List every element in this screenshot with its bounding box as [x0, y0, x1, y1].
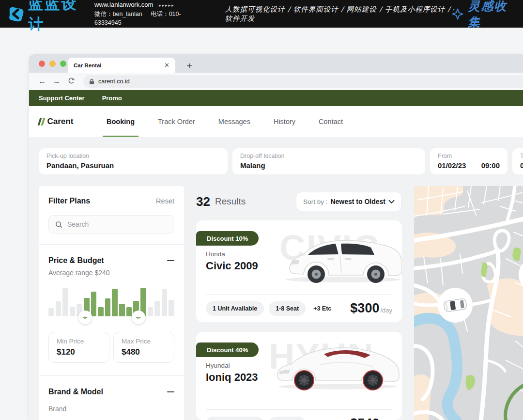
banner-website: www.lanlanwork.com	[94, 1, 153, 8]
sort-value: Newest to Oldest	[330, 198, 385, 205]
nav-item-booking[interactable]: Booking	[106, 106, 136, 137]
histogram-bar	[169, 300, 174, 316]
banner-contact: www.lanlanwork.com ▸▸▸▸▸ 微信：ben_lanlan 电…	[94, 0, 200, 28]
browser-tab[interactable]: Car Rental ✕	[68, 58, 175, 73]
range-handle-max[interactable]: ◂▸	[132, 311, 145, 324]
support-center-link[interactable]: Support Center	[39, 94, 85, 102]
search-icon	[55, 221, 62, 228]
histogram-bar	[119, 304, 125, 316]
units-pill: 1 Unit Available	[206, 417, 264, 420]
map-panel[interactable]	[414, 186, 523, 420]
map-car-marker[interactable]	[438, 288, 473, 323]
tab-close-icon[interactable]: ✕	[164, 62, 169, 69]
histogram-bar	[91, 292, 97, 316]
promo-banner: 蓝蓝设计 www.lanlanwork.com ▸▸▸▸▸ 微信：ben_lan…	[0, 0, 523, 28]
car-card-civic[interactable]: CIVIC	[196, 220, 402, 322]
banner-arrows: ▸▸▸▸▸	[159, 3, 175, 8]
car-model: Ioniq 2023	[206, 371, 258, 384]
map-illustration	[414, 186, 523, 420]
min-price-label: Min Price	[57, 338, 101, 345]
url-bar[interactable]: carent.co.id	[83, 75, 523, 88]
collect-logo-text: 灵感收集	[468, 0, 513, 30]
dropoff-location-value: Malang	[240, 161, 417, 170]
close-window-button[interactable]	[39, 61, 45, 67]
price-unit: /day	[380, 307, 392, 314]
new-tab-button[interactable]: +	[183, 61, 196, 71]
histogram-bar	[148, 307, 154, 316]
from-date-field[interactable]: From 01/02/23 09:00	[430, 148, 508, 174]
histogram-bar	[162, 289, 168, 316]
site-content: Pick-up location Pandaan, Pasuruan Drop-…	[29, 137, 523, 420]
car-brand: Hyundai	[206, 362, 230, 369]
carent-logo[interactable]: Carent	[39, 117, 106, 126]
to-date-label: T	[520, 153, 523, 159]
car-brand: Honda	[206, 250, 225, 258]
results-column: 32 Results Sort by : Newest to Oldest CI…	[196, 186, 402, 420]
filter-search-placeholder: Search	[67, 220, 89, 228]
site-nav: Carent Booking Track Order Messages Hist…	[29, 106, 523, 137]
browser-window: Car Rental ✕ + ← → carent.co.id Support …	[29, 54, 523, 420]
min-price-field[interactable]: Min Price $120	[48, 332, 109, 363]
min-price-value: $120	[57, 347, 101, 357]
histogram-bar	[112, 289, 118, 316]
pickup-location-field[interactable]: Pick-up location Pandaan, Pasuruan	[39, 148, 228, 174]
price-budget-title: Price & Budget	[48, 256, 104, 265]
reload-icon[interactable]	[65, 77, 77, 86]
average-range-label: Average range $240	[48, 269, 174, 277]
nav-item-track-order[interactable]: Track Order	[157, 106, 196, 137]
histogram-bar	[105, 298, 111, 316]
pickup-location-label: Pick-up location	[46, 153, 220, 159]
discount-badge: Discount 10%	[196, 231, 259, 246]
from-date-value: 01/02/23	[438, 161, 466, 170]
extra-tags: +3 Etc	[313, 305, 331, 312]
car-image-civic	[281, 233, 402, 288]
reset-button[interactable]: Reset	[156, 197, 174, 205]
forward-icon[interactable]: →	[50, 77, 63, 86]
browser-tabbar: Car Rental ✕ +	[29, 54, 523, 73]
to-date-value: 0	[520, 161, 523, 170]
collect-logo: 灵感收集	[451, 0, 516, 30]
car-image-ioniq	[274, 338, 402, 395]
tab-title: Car Rental	[74, 62, 102, 68]
browser-toolbar: ← → carent.co.id	[29, 73, 523, 90]
sort-dropdown[interactable]: Sort by : Newest to Oldest	[296, 192, 402, 211]
back-icon[interactable]: ←	[36, 77, 48, 86]
range-handle-min[interactable]: ◂▸	[78, 311, 92, 324]
filter-search-input[interactable]: Search	[48, 215, 174, 233]
histogram-bar	[154, 301, 160, 316]
car-model: Civic 2009	[206, 260, 258, 272]
nav-items: Booking Track Order Messages History Con…	[106, 106, 344, 137]
banner-wechat: 微信：ben_lanlan	[94, 11, 142, 17]
histogram-bar	[98, 307, 104, 316]
main-row: Filter Plans Reset Search Price & Bu	[39, 186, 523, 420]
seats-pill: 1-4 Seat	[269, 417, 306, 420]
car-card-ioniq[interactable]: HYUN	[196, 332, 402, 420]
results-count: 32	[196, 194, 210, 209]
booking-search-row: Pick-up location Pandaan, Pasuruan Drop-…	[39, 148, 523, 174]
histogram-bar	[48, 308, 54, 316]
filter-title: Filter Plans	[48, 197, 90, 205]
promo-link[interactable]: Promo	[102, 94, 122, 102]
minimize-window-button[interactable]	[49, 61, 56, 67]
collapse-price-icon[interactable]	[167, 260, 174, 262]
lanlan-logo-icon	[7, 4, 25, 24]
maximize-window-button[interactable]	[60, 61, 66, 67]
price-value: $540	[350, 416, 379, 420]
price-value: $300	[350, 301, 379, 316]
max-price-label: Max Price	[122, 338, 166, 345]
nav-item-history[interactable]: History	[273, 106, 296, 137]
nav-item-contact[interactable]: Contact	[318, 106, 344, 137]
brand-model-title: Brand & Model	[48, 388, 103, 396]
dropoff-location-field[interactable]: Drop-off location Malang	[232, 148, 425, 174]
lock-icon	[89, 78, 94, 85]
units-pill: 1 Unit Available	[206, 301, 264, 316]
histogram-bar	[126, 307, 132, 316]
seats-pill: 1-8 Seat	[269, 301, 306, 316]
carent-logo-icon	[39, 118, 44, 125]
dropoff-location-label: Drop-off location	[240, 153, 417, 159]
to-date-field[interactable]: T 0	[512, 148, 523, 174]
collapse-brand-icon[interactable]	[167, 391, 174, 393]
histogram-bar	[70, 307, 76, 316]
max-price-field[interactable]: Max Price $480	[113, 332, 174, 363]
nav-item-messages[interactable]: Messages	[217, 106, 251, 137]
